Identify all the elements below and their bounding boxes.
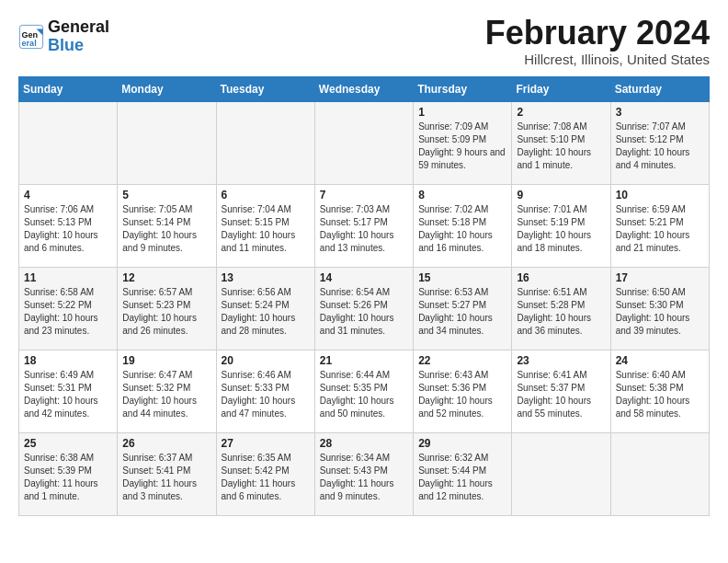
day-number: 8 xyxy=(418,189,506,201)
day-info: Sunrise: 6:57 AMSunset: 5:23 PMDaylight:… xyxy=(122,286,210,338)
day-info: Sunrise: 6:49 AMSunset: 5:31 PMDaylight:… xyxy=(24,369,112,420)
subtitle: Hillcrest, Illinois, United States xyxy=(485,52,710,67)
calendar-cell xyxy=(610,432,709,515)
day-number: 26 xyxy=(122,437,210,450)
svg-text:eral: eral xyxy=(22,39,37,48)
day-info: Sunrise: 6:35 AMSunset: 5:42 PMDaylight:… xyxy=(222,452,310,503)
calendar-cell: 21Sunrise: 6:44 AMSunset: 5:35 PMDayligh… xyxy=(314,350,413,432)
calendar-cell: 11Sunrise: 6:58 AMSunset: 5:22 PMDayligh… xyxy=(19,267,118,350)
logo: Gen eral General Blue xyxy=(18,18,109,55)
day-info: Sunrise: 6:53 AMSunset: 5:27 PMDaylight:… xyxy=(418,286,506,338)
column-headers: SundayMondayTuesdayWednesdayThursdayFrid… xyxy=(19,76,710,101)
column-header-sunday: Sunday xyxy=(19,76,118,101)
day-number: 16 xyxy=(517,271,605,284)
main-title: February 2024 xyxy=(485,15,710,52)
calendar-cell xyxy=(314,101,413,184)
day-info: Sunrise: 6:59 AMSunset: 5:21 PMDaylight:… xyxy=(616,203,704,255)
day-number: 11 xyxy=(24,271,112,284)
day-number: 12 xyxy=(122,271,210,284)
calendar-cell: 29Sunrise: 6:32 AMSunset: 5:44 PMDayligh… xyxy=(414,432,512,515)
day-info: Sunrise: 6:32 AMSunset: 5:44 PMDaylight:… xyxy=(418,452,506,503)
page-header: Gen eral General Blue February 2024 Hill… xyxy=(18,15,710,67)
day-info: Sunrise: 6:37 AMSunset: 5:41 PMDaylight:… xyxy=(122,452,210,503)
calendar-cell: 7Sunrise: 7:03 AMSunset: 5:17 PMDaylight… xyxy=(314,184,413,267)
calendar-cell: 10Sunrise: 6:59 AMSunset: 5:21 PMDayligh… xyxy=(610,184,709,267)
column-header-wednesday: Wednesday xyxy=(314,76,413,101)
day-number: 17 xyxy=(616,271,704,284)
day-number: 19 xyxy=(122,354,210,367)
logo-icon: Gen eral xyxy=(18,24,44,50)
day-info: Sunrise: 6:51 AMSunset: 5:28 PMDaylight:… xyxy=(517,286,605,338)
day-number: 13 xyxy=(222,271,310,284)
day-info: Sunrise: 7:03 AMSunset: 5:17 PMDaylight:… xyxy=(320,203,408,255)
day-info: Sunrise: 7:01 AMSunset: 5:19 PMDaylight:… xyxy=(517,203,605,255)
day-info: Sunrise: 6:47 AMSunset: 5:32 PMDaylight:… xyxy=(122,369,210,420)
calendar-cell: 28Sunrise: 6:34 AMSunset: 5:43 PMDayligh… xyxy=(314,432,413,515)
day-info: Sunrise: 7:04 AMSunset: 5:15 PMDaylight:… xyxy=(222,203,310,255)
day-number: 27 xyxy=(222,437,310,450)
calendar-cell: 6Sunrise: 7:04 AMSunset: 5:15 PMDaylight… xyxy=(216,184,314,267)
calendar-table: SundayMondayTuesdayWednesdayThursdayFrid… xyxy=(18,76,710,516)
day-info: Sunrise: 6:56 AMSunset: 5:24 PMDaylight:… xyxy=(222,286,310,338)
calendar-cell: 25Sunrise: 6:38 AMSunset: 5:39 PMDayligh… xyxy=(19,432,118,515)
calendar-cell xyxy=(216,101,314,184)
calendar-cell: 23Sunrise: 6:41 AMSunset: 5:37 PMDayligh… xyxy=(512,350,610,432)
calendar-body: 1Sunrise: 7:09 AMSunset: 5:09 PMDaylight… xyxy=(19,101,710,515)
logo-line1: General xyxy=(48,18,109,37)
column-header-thursday: Thursday xyxy=(414,76,512,101)
day-number: 5 xyxy=(122,189,210,201)
week-row: 4Sunrise: 7:06 AMSunset: 5:13 PMDaylight… xyxy=(19,184,710,267)
week-row: 18Sunrise: 6:49 AMSunset: 5:31 PMDayligh… xyxy=(19,350,710,432)
day-number: 15 xyxy=(418,271,506,284)
day-number: 4 xyxy=(24,189,112,201)
day-number: 28 xyxy=(320,437,408,450)
calendar-cell xyxy=(512,432,610,515)
day-info: Sunrise: 6:43 AMSunset: 5:36 PMDaylight:… xyxy=(418,369,506,420)
day-info: Sunrise: 7:02 AMSunset: 5:18 PMDaylight:… xyxy=(418,203,506,255)
calendar-cell: 13Sunrise: 6:56 AMSunset: 5:24 PMDayligh… xyxy=(216,267,314,350)
title-area: February 2024 Hillcrest, Illinois, Unite… xyxy=(485,15,710,67)
day-number: 10 xyxy=(616,189,704,201)
calendar-cell: 14Sunrise: 6:54 AMSunset: 5:26 PMDayligh… xyxy=(314,267,413,350)
calendar-cell: 15Sunrise: 6:53 AMSunset: 5:27 PMDayligh… xyxy=(414,267,512,350)
day-info: Sunrise: 6:38 AMSunset: 5:39 PMDaylight:… xyxy=(24,452,112,503)
day-info: Sunrise: 7:08 AMSunset: 5:10 PMDaylight:… xyxy=(517,121,605,172)
day-number: 25 xyxy=(24,437,112,450)
calendar-cell: 20Sunrise: 6:46 AMSunset: 5:33 PMDayligh… xyxy=(216,350,314,432)
day-info: Sunrise: 6:50 AMSunset: 5:30 PMDaylight:… xyxy=(616,286,704,338)
day-info: Sunrise: 6:40 AMSunset: 5:38 PMDaylight:… xyxy=(616,369,704,420)
calendar-cell: 24Sunrise: 6:40 AMSunset: 5:38 PMDayligh… xyxy=(610,350,709,432)
column-header-saturday: Saturday xyxy=(610,76,709,101)
week-row: 1Sunrise: 7:09 AMSunset: 5:09 PMDaylight… xyxy=(19,101,710,184)
calendar-cell: 27Sunrise: 6:35 AMSunset: 5:42 PMDayligh… xyxy=(216,432,314,515)
day-info: Sunrise: 6:41 AMSunset: 5:37 PMDaylight:… xyxy=(517,369,605,420)
calendar-cell: 19Sunrise: 6:47 AMSunset: 5:32 PMDayligh… xyxy=(118,350,216,432)
day-info: Sunrise: 6:54 AMSunset: 5:26 PMDaylight:… xyxy=(320,286,408,338)
day-number: 29 xyxy=(418,437,506,450)
day-info: Sunrise: 6:44 AMSunset: 5:35 PMDaylight:… xyxy=(320,369,408,420)
day-number: 2 xyxy=(517,106,605,119)
calendar-cell: 18Sunrise: 6:49 AMSunset: 5:31 PMDayligh… xyxy=(19,350,118,432)
day-number: 9 xyxy=(517,189,605,201)
calendar-cell xyxy=(118,101,216,184)
calendar-cell: 22Sunrise: 6:43 AMSunset: 5:36 PMDayligh… xyxy=(414,350,512,432)
week-row: 25Sunrise: 6:38 AMSunset: 5:39 PMDayligh… xyxy=(19,432,710,515)
logo-line2: Blue xyxy=(48,37,109,55)
column-header-friday: Friday xyxy=(512,76,610,101)
day-number: 6 xyxy=(222,189,310,201)
day-number: 24 xyxy=(616,354,704,367)
calendar-cell xyxy=(19,101,118,184)
day-number: 1 xyxy=(418,106,506,119)
calendar-cell: 9Sunrise: 7:01 AMSunset: 5:19 PMDaylight… xyxy=(512,184,610,267)
day-number: 3 xyxy=(616,106,704,119)
calendar-cell: 17Sunrise: 6:50 AMSunset: 5:30 PMDayligh… xyxy=(610,267,709,350)
day-info: Sunrise: 6:46 AMSunset: 5:33 PMDaylight:… xyxy=(222,369,310,420)
day-number: 18 xyxy=(24,354,112,367)
day-info: Sunrise: 7:06 AMSunset: 5:13 PMDaylight:… xyxy=(24,203,112,255)
calendar-cell: 12Sunrise: 6:57 AMSunset: 5:23 PMDayligh… xyxy=(118,267,216,350)
calendar-cell: 16Sunrise: 6:51 AMSunset: 5:28 PMDayligh… xyxy=(512,267,610,350)
column-header-tuesday: Tuesday xyxy=(216,76,314,101)
day-number: 22 xyxy=(418,354,506,367)
day-info: Sunrise: 7:07 AMSunset: 5:12 PMDaylight:… xyxy=(616,121,704,172)
calendar-cell: 2Sunrise: 7:08 AMSunset: 5:10 PMDaylight… xyxy=(512,101,610,184)
